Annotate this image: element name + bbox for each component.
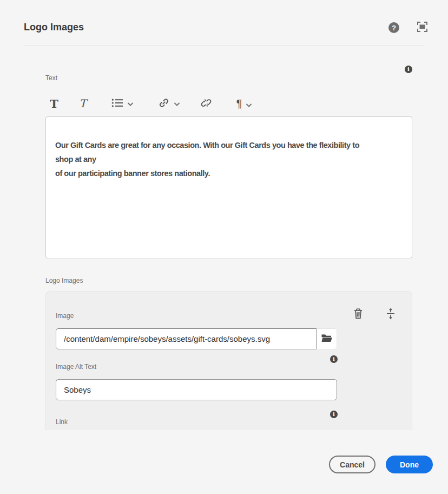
unlink-button[interactable] [199,95,214,112]
list-format-button[interactable] [106,95,139,112]
logo-image-item-panel: Image [45,291,412,430]
italic-button[interactable]: T [75,95,90,112]
chevron-down-icon [128,100,133,108]
chevron-down-icon [246,98,252,110]
fullscreen-icon [417,21,428,34]
fullscreen-toggle-button[interactable] [416,21,429,34]
image-path-input[interactable] [56,328,317,349]
trash-icon [353,308,364,321]
text-info-icon[interactable]: i [405,66,412,73]
rte-text-line: shop at any [55,152,403,166]
help-button[interactable]: ? [387,21,400,34]
move-up-down-icon [386,308,396,321]
bold-button[interactable]: T [47,95,62,112]
italic-icon: T [79,97,86,110]
image-field-label: Image [56,312,74,320]
unlink-icon [200,97,212,110]
paragraph-format-button[interactable]: ¶ [229,95,259,112]
image-path-field-group [56,328,337,349]
bold-icon: T [50,97,58,110]
link-field-label: Link [56,418,68,426]
link-info-icon[interactable]: i [330,411,338,418]
help-icon: ? [388,22,399,33]
chevron-down-icon [174,100,180,108]
logo-images-section-label: Logo Images [45,277,83,284]
cancel-button[interactable]: Cancel [329,456,375,473]
dialog-title: Logo Images [24,21,84,34]
image-alt-text-label: Image Alt Text [56,363,96,370]
link-icon [158,97,170,110]
folder-icon [321,333,333,344]
dialog-content: i Text T T [45,45,412,430]
text-field-label: Text [45,74,57,82]
alt-text-info-icon[interactable]: i [330,355,338,363]
rte-text-line: of our participating banner stores natio… [55,166,403,180]
rich-text-editor[interactable]: Our Gift Cards are great for any occasio… [45,116,412,258]
paragraph-icon: ¶ [236,98,242,110]
browse-asset-button[interactable] [317,328,337,349]
reorder-item-button[interactable] [384,307,398,321]
image-alt-text-input[interactable] [56,379,337,400]
rte-text-line: Our Gift Cards are great for any occasio… [55,138,403,152]
link-button[interactable] [153,95,185,112]
delete-item-button[interactable] [351,307,365,321]
done-button[interactable]: Done [386,456,433,473]
unordered-list-icon [111,98,123,109]
